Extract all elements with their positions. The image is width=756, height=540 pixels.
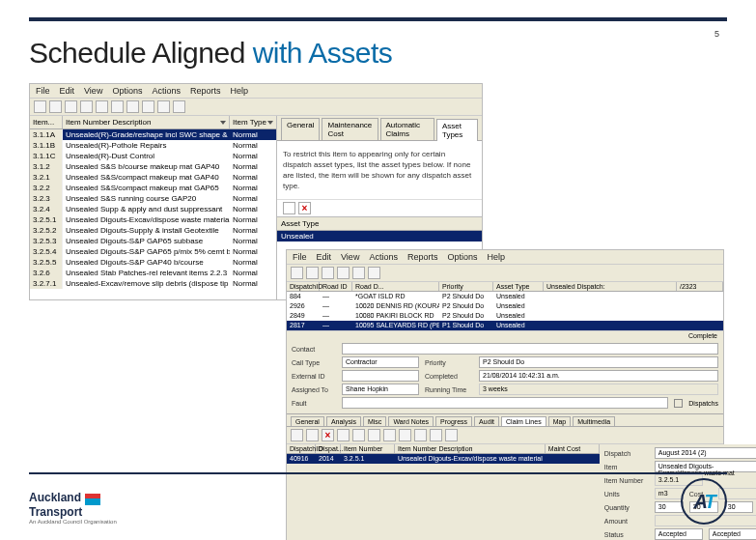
table-row[interactable]: 3.2.5.5Unsealed Digouts-S&P GAP40 b/cour… bbox=[30, 257, 276, 268]
dispatch-checkbox[interactable] bbox=[674, 399, 683, 408]
toolbar-icon[interactable] bbox=[65, 100, 77, 113]
col-dispid[interactable]: DispatchID bbox=[287, 444, 316, 453]
toolbar-icon[interactable] bbox=[414, 429, 427, 441]
assigned-field[interactable]: Shane Hopkin bbox=[342, 384, 419, 395]
new-icon[interactable] bbox=[283, 202, 295, 214]
fault-field[interactable] bbox=[342, 397, 668, 409]
col-roadid[interactable]: Road ID bbox=[320, 282, 352, 291]
col-maintcost[interactable]: Maint Cost bbox=[546, 444, 600, 453]
table-row[interactable]: 3.2.1Unsealed S&S/compact makeup mat GAP… bbox=[30, 172, 276, 183]
table-row[interactable]: 3.1.2Unsealed S&S b/course makeup mat GA… bbox=[30, 161, 276, 172]
toolbar-icon[interactable] bbox=[80, 100, 93, 113]
col-item[interactable]: Item... bbox=[30, 116, 63, 128]
col-itemnum[interactable]: Item Number bbox=[341, 444, 395, 453]
toolbar-icon[interactable] bbox=[368, 429, 380, 441]
toolbar-icon[interactable] bbox=[352, 429, 365, 441]
col-type[interactable]: Item Type bbox=[230, 116, 276, 128]
col-priority[interactable]: Priority bbox=[439, 282, 493, 291]
tab-general[interactable]: General bbox=[291, 416, 324, 426]
tab-autoclaims[interactable]: Automatic Claims bbox=[380, 118, 434, 140]
tab-assettypes[interactable]: Asset Types bbox=[436, 119, 478, 141]
toolbar-icon[interactable] bbox=[291, 429, 303, 441]
menu-actions[interactable]: Actions bbox=[152, 86, 181, 96]
tab-audit[interactable]: Audit bbox=[474, 416, 499, 426]
qty-field-3[interactable]: 30 bbox=[724, 501, 753, 513]
table-row[interactable]: 3.2.5.1Unsealed Digouts-Excav/dispose wa… bbox=[30, 214, 276, 225]
menu-help[interactable]: Help bbox=[487, 252, 505, 262]
col-dispatchid[interactable]: DispatchID bbox=[287, 282, 320, 291]
tab-misc[interactable]: Misc bbox=[363, 416, 386, 426]
asset-type-header[interactable]: Asset Type bbox=[277, 217, 482, 231]
toolbar-icon[interactable] bbox=[337, 267, 350, 279]
table-row[interactable]: 3.2.5.3Unsealed Digouts-S&P GAP65 subbas… bbox=[30, 236, 276, 246]
toolbar-icon[interactable] bbox=[126, 100, 139, 113]
col-description[interactable]: Item Number Description bbox=[63, 116, 230, 128]
delete-icon[interactable]: × bbox=[298, 202, 311, 214]
menu-edit[interactable]: Edit bbox=[317, 252, 332, 262]
asset-type-row[interactable]: Unsealed bbox=[277, 231, 482, 242]
tab-wardnotes[interactable]: Ward Notes bbox=[388, 416, 434, 426]
tab-progress[interactable]: Progress bbox=[435, 416, 472, 426]
table-row[interactable]: 3.2.5.2Unsealed Digouts-Supply & install… bbox=[30, 225, 276, 236]
toolbar-icon[interactable] bbox=[383, 429, 396, 441]
toolbar-icon[interactable] bbox=[291, 267, 303, 279]
toolbar-icon[interactable] bbox=[306, 429, 319, 441]
menu-actions[interactable]: Actions bbox=[369, 252, 398, 262]
tab-maintcost[interactable]: Maintenance Cost bbox=[322, 118, 378, 140]
toolbar-icon[interactable] bbox=[337, 429, 350, 441]
table-row[interactable]: 3.1.1CUnsealed(R)-Dust ControlNormal bbox=[30, 151, 276, 161]
toolbar-icon[interactable] bbox=[49, 100, 62, 113]
completed-field[interactable]: 21/08/2014 10:42:31 a.m. bbox=[479, 370, 718, 382]
priority-field[interactable]: P2 Should Do bbox=[479, 356, 718, 368]
col-disp[interactable]: Dispat... bbox=[316, 444, 341, 453]
toolbar-icon[interactable] bbox=[173, 100, 185, 113]
toolbar-icon[interactable] bbox=[430, 429, 442, 441]
toolbar-icon[interactable] bbox=[368, 267, 380, 279]
col-assettype[interactable]: Asset Type bbox=[493, 282, 544, 291]
dispatch-row[interactable]: 884—*GOAT ISLD RDP2 Should DoUnsealed bbox=[287, 292, 723, 301]
menu-options[interactable]: Options bbox=[112, 86, 142, 96]
table-row[interactable]: 3.1.1AUnsealed(R)-Grade/reshape incl SWC… bbox=[30, 129, 276, 140]
tab-map[interactable]: Map bbox=[548, 416, 572, 426]
menu-view[interactable]: View bbox=[341, 252, 359, 262]
menu-reports[interactable]: Reports bbox=[190, 86, 221, 96]
tab-analysis[interactable]: Analysis bbox=[326, 416, 361, 426]
dispatch-row[interactable]: 2849—10080 PAKIRI BLOCK RDP2 Should DoUn… bbox=[287, 311, 723, 321]
tab-multimedia[interactable]: Multimedia bbox=[573, 416, 615, 426]
external-field[interactable] bbox=[342, 370, 419, 382]
tab-claimlines[interactable]: Claim Lines bbox=[501, 416, 546, 426]
table-row[interactable]: 3.2.2Unsealed S&S/compact makeup mat GAP… bbox=[30, 183, 276, 193]
toolbar-icon[interactable] bbox=[111, 100, 124, 113]
status-field-2[interactable]: Accepted bbox=[709, 528, 756, 540]
menu-file[interactable]: File bbox=[293, 252, 307, 262]
table-row[interactable]: 3.2.4Unsealed Supp & apply and dust supp… bbox=[30, 204, 276, 214]
toolbar-icon[interactable] bbox=[352, 267, 365, 279]
toolbar-icon[interactable] bbox=[157, 100, 170, 113]
toolbar-icon[interactable] bbox=[306, 267, 319, 279]
contact-field[interactable] bbox=[342, 343, 718, 355]
col-itemdesc[interactable]: Item Number Description bbox=[395, 444, 546, 453]
menu-view[interactable]: View bbox=[84, 86, 102, 96]
toolbar-icon[interactable] bbox=[399, 429, 411, 441]
claim-row[interactable]: 40916 2014 3.2.5.1 Unsealed Digouts-Exca… bbox=[287, 454, 600, 464]
status-field[interactable]: Accepted bbox=[655, 528, 703, 540]
menu-edit[interactable]: Edit bbox=[60, 86, 75, 96]
menu-options[interactable]: Options bbox=[447, 252, 477, 262]
item-field[interactable]: Unsealed Digouts-Excav/dispose waste mat bbox=[655, 461, 756, 472]
menu-reports[interactable]: Reports bbox=[407, 252, 438, 262]
table-row[interactable]: 3.2.7.1Unsealed-Excav/remove slip debris… bbox=[30, 278, 276, 289]
dispatch-row[interactable]: 2817—10095 SALEYARDS RD (PEAK)P1 Should … bbox=[287, 321, 723, 330]
col-roadname[interactable]: Road D... bbox=[352, 282, 439, 291]
menu-file[interactable]: File bbox=[36, 86, 50, 96]
menu-help[interactable]: Help bbox=[230, 86, 248, 96]
delete-icon[interactable]: × bbox=[322, 429, 334, 441]
table-row[interactable]: 3.2.5.4Unsealed Digouts-S&P GAP65 p/mix … bbox=[30, 246, 276, 257]
toolbar-icon[interactable] bbox=[445, 429, 458, 441]
toolbar-icon[interactable] bbox=[96, 100, 108, 113]
col-unsealed[interactable]: Unsealed Dispatch: bbox=[544, 282, 677, 291]
table-row[interactable]: 3.2.3Unsealed S&S running course GAP20No… bbox=[30, 193, 276, 204]
dispatch-row[interactable]: 2926—10020 DENNIS RD (KOURAWHERO)P2 Shou… bbox=[287, 301, 723, 311]
tab-general[interactable]: General bbox=[281, 118, 320, 140]
table-row[interactable]: 3.1.1BUnsealed(R)-Pothole RepairsNormal bbox=[30, 140, 276, 151]
toolbar-icon[interactable] bbox=[34, 100, 46, 113]
